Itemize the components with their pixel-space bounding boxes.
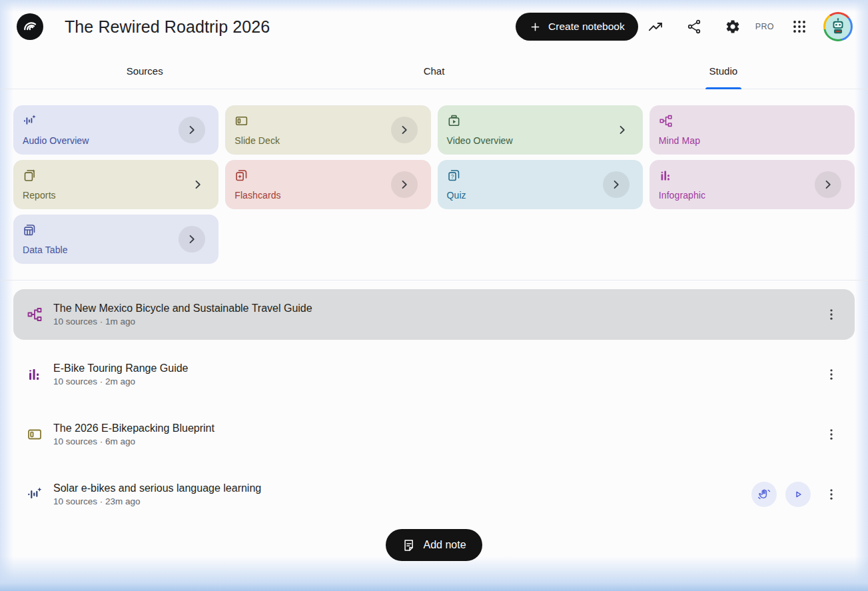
tab-chat[interactable]: Chat [289,53,578,89]
chevron-right-icon[interactable] [179,226,205,253]
audio-waveform-icon [27,486,43,502]
artifact-meta: 10 sources · 1m ago [53,316,312,326]
tab-label: Sources [127,65,163,77]
tab-sources[interactable]: Sources [0,53,289,89]
chevron-right-icon[interactable] [603,171,630,198]
notebook-title[interactable]: The Rewired Roadtrip 2026 [65,17,270,37]
studio-card-infographic[interactable]: Infographic [650,160,855,209]
play-icon [791,488,805,501]
studio-card-label: Video Overview [447,135,634,146]
dots-vertical-icon [824,367,839,382]
artifact-meta: 10 sources · 23m ago [53,496,261,506]
artifact-row[interactable]: The New Mexico Bicycle and Sustainable T… [13,289,855,340]
artifact-actions [819,306,839,322]
dots-vertical-icon [824,307,839,322]
video-overview-icon [447,114,634,128]
artifact-row[interactable]: E-Bike Touring Range Guide 10 sources · … [13,349,855,400]
tab-label: Studio [709,65,738,77]
avatar-robot-image [825,14,851,39]
chevron-right-icon[interactable] [815,171,841,198]
settings-icon[interactable] [719,13,746,40]
analytics-icon[interactable] [642,13,669,40]
artifact-text: Solar e-bikes and serious language learn… [53,482,261,506]
studio-cards-grid: Audio Overview Slide Deck Video Overview… [13,105,855,264]
tab-bar: Sources Chat Studio [0,53,868,89]
header-actions: Create notebook PRO [516,12,853,41]
dots-vertical-icon [824,487,839,502]
studio-card-video-overview[interactable]: Video Overview [438,105,643,155]
svg-text:?: ? [450,173,454,180]
dots-vertical-icon [824,427,839,442]
app-header: The Rewired Roadtrip 2026 Create noteboo… [0,0,868,53]
notebooklm-logo-icon[interactable] [17,13,43,40]
note-icon [402,538,416,552]
add-note-label: Add note [423,539,466,551]
artifact-text: E-Bike Touring Range Guide 10 sources · … [53,362,189,386]
studio-card-reports[interactable]: Reports [13,160,218,209]
artifact-row[interactable]: The 2026 E-Bikepacking Blueprint 10 sour… [13,409,855,460]
artifact-actions [819,366,839,382]
mind-map-icon [27,306,43,322]
create-notebook-button[interactable]: Create notebook [516,13,638,41]
studio-card-label: Mind Map [659,135,845,146]
interactive-mode-icon [757,488,771,501]
artifact-title: The 2026 E-Bikepacking Blueprint [53,422,215,434]
artifact-actions [751,482,839,507]
artifact-row[interactable]: Solar e-bikes and serious language learn… [13,469,855,520]
artifact-meta: 10 sources · 2m ago [53,376,189,386]
add-note-area: Add note [0,529,868,561]
artifact-text: The New Mexico Bicycle and Sustainable T… [53,302,312,326]
notebooklm-app: The Rewired Roadtrip 2026 Create noteboo… [0,0,868,561]
row-menu-button[interactable] [823,366,839,382]
section-divider [0,280,868,281]
infographic-icon [27,366,43,382]
active-tab-underline [705,87,741,89]
artifact-title: The New Mexico Bicycle and Sustainable T… [53,302,312,314]
artifact-text: The 2026 E-Bikepacking Blueprint 10 sour… [53,422,215,446]
studio-card-slide-deck[interactable]: Slide Deck [225,105,430,155]
interactive-mode-button[interactable] [751,482,777,507]
artifact-list: The New Mexico Bicycle and Sustainable T… [13,289,855,520]
apps-grid-icon[interactable] [786,13,813,40]
pro-badge: PRO [755,22,774,31]
tab-studio[interactable]: Studio [579,53,868,89]
mind-map-icon [659,114,845,128]
slide-deck-icon [27,426,43,442]
reports-icon [23,169,209,183]
chevron-right-icon[interactable] [391,117,418,143]
artifact-meta: 10 sources · 6m ago [53,436,215,446]
create-notebook-label: Create notebook [548,21,625,33]
studio-card-flashcards[interactable]: Flashcards [225,160,430,209]
artifact-title: E-Bike Touring Range Guide [53,362,189,374]
row-menu-button[interactable] [823,486,839,502]
studio-card-audio-overview[interactable]: Audio Overview [13,105,218,155]
artifact-actions [819,426,839,442]
chevron-right-icon[interactable] [615,123,630,137]
studio-card-label: Reports [23,190,209,201]
studio-card-quiz[interactable]: ? Quiz [438,160,643,209]
add-note-button[interactable]: Add note [386,529,482,561]
play-button[interactable] [785,482,811,507]
plus-icon [529,21,542,33]
row-menu-button[interactable] [823,306,839,322]
avatar[interactable] [823,12,853,41]
chevron-right-icon[interactable] [391,171,418,198]
artifact-title: Solar e-bikes and serious language learn… [53,482,261,494]
studio-card-mind-map[interactable]: Mind Map [650,105,855,155]
chevron-right-icon[interactable] [191,177,205,192]
studio-card-data-table[interactable]: Data Table [13,215,218,264]
chevron-right-icon[interactable] [179,117,205,143]
row-menu-button[interactable] [823,426,839,442]
tab-label: Chat [424,65,445,77]
share-icon[interactable] [681,13,707,40]
